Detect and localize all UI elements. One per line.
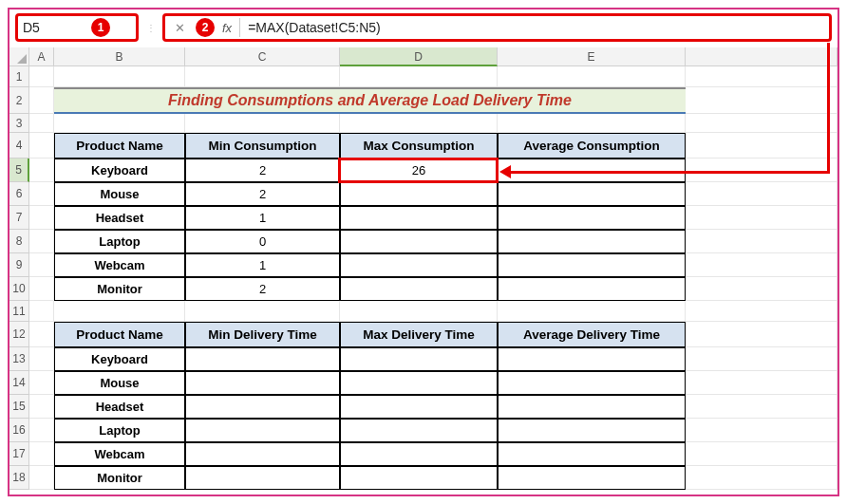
table1-product[interactable]: Mouse <box>54 182 185 206</box>
table2-header-avg: Average Delivery Time <box>498 322 686 347</box>
table2-product[interactable]: Monitor <box>54 466 185 490</box>
table1-avg[interactable] <box>498 253 686 277</box>
table1-header-row: Product Name Min Consumption Max Consump… <box>29 133 838 159</box>
table1-product[interactable]: Keyboard <box>54 159 185 182</box>
callout-arrow-v <box>827 43 830 174</box>
table2-product[interactable]: Headset <box>54 395 185 419</box>
row-header-18[interactable]: 18 <box>9 466 29 490</box>
table1-max[interactable] <box>340 277 498 301</box>
row-header-2[interactable]: 2 <box>9 87 29 114</box>
table2-max[interactable] <box>340 466 498 490</box>
table1-avg[interactable] <box>498 230 686 253</box>
col-header-C[interactable]: C <box>185 47 340 66</box>
table2-min[interactable] <box>185 419 340 442</box>
col-header-B[interactable]: B <box>54 47 185 66</box>
table2-header-row: Product Name Min Delivery Time Max Deliv… <box>29 322 838 347</box>
table2-min[interactable] <box>185 347 340 371</box>
row-header-1[interactable]: 1 <box>9 66 29 87</box>
table1-min[interactable]: 1 <box>185 206 340 230</box>
callout-badge-2: 2 <box>196 18 215 37</box>
table1-max[interactable] <box>340 253 498 277</box>
table1-max[interactable]: 26 <box>340 159 498 182</box>
table1-avg[interactable] <box>498 277 686 301</box>
row-header-14[interactable]: 14 <box>9 371 29 395</box>
row-header-4[interactable]: 4 <box>9 133 29 159</box>
callout-arrow-head <box>499 165 511 178</box>
formula-bar-row: 1 ⋮ ✕ 2 fx <box>9 9 838 47</box>
table2-avg[interactable] <box>498 371 686 395</box>
table2-avg[interactable] <box>498 419 686 442</box>
table1-product[interactable]: Laptop <box>54 230 185 253</box>
row-header-11[interactable]: 11 <box>9 301 29 322</box>
callout-arrow-h <box>511 171 830 174</box>
row-header-5[interactable]: 5 <box>9 159 29 182</box>
table1-min[interactable]: 2 <box>185 182 340 206</box>
table2-product[interactable]: Mouse <box>54 371 185 395</box>
table1-product[interactable]: Monitor <box>54 277 185 301</box>
column-headers: A B C D E <box>9 47 838 66</box>
row-header-12[interactable]: 12 <box>9 322 29 347</box>
row-header-13[interactable]: 13 <box>9 347 29 371</box>
table2-max[interactable] <box>340 371 498 395</box>
table2-min[interactable] <box>185 395 340 419</box>
table2-max[interactable] <box>340 419 498 442</box>
col-header-D[interactable]: D <box>340 47 498 66</box>
row-header-9[interactable]: 9 <box>9 253 29 277</box>
table1-row: Mouse2 <box>29 182 838 206</box>
table2-avg[interactable] <box>498 395 686 419</box>
row-header-7[interactable]: 7 <box>9 206 29 230</box>
table1-min[interactable]: 1 <box>185 253 340 277</box>
table2-row: Headset <box>29 395 838 419</box>
table1-min[interactable]: 2 <box>185 277 340 301</box>
cells-area[interactable]: Finding Consumptions and Average Load De… <box>29 66 838 490</box>
row-header-3[interactable]: 3 <box>9 114 29 133</box>
table2-max[interactable] <box>340 442 498 466</box>
table1-product[interactable]: Headset <box>54 206 185 230</box>
row-header-17[interactable]: 17 <box>9 442 29 466</box>
table1-header-max: Max Consumption <box>340 133 498 159</box>
table1-header-avg: Average Consumption <box>498 133 686 159</box>
grid-body: 1 2 3 4 5 6 7 8 9 10 11 12 13 14 15 16 1… <box>9 66 838 490</box>
table1-min[interactable]: 0 <box>185 230 340 253</box>
formula-bar-highlight: ✕ 2 fx <box>162 13 832 42</box>
formula-input[interactable] <box>239 18 823 37</box>
table2-max[interactable] <box>340 347 498 371</box>
table1-row: Laptop0 <box>29 230 838 253</box>
table1-max[interactable] <box>340 230 498 253</box>
row-header-15[interactable]: 15 <box>9 395 29 419</box>
table1-header-product: Product Name <box>54 133 185 159</box>
table2-avg[interactable] <box>498 347 686 371</box>
app-frame: 1 ⋮ ✕ 2 fx A B C D E 1 2 3 4 5 6 7 <box>8 8 839 496</box>
table2-product[interactable]: Webcam <box>54 442 185 466</box>
table1-product[interactable]: Webcam <box>54 253 185 277</box>
row-header-8[interactable]: 8 <box>9 230 29 253</box>
table2-product[interactable]: Keyboard <box>54 347 185 371</box>
table2-max[interactable] <box>340 395 498 419</box>
fx-icon[interactable]: fx <box>222 21 232 35</box>
table2-product[interactable]: Laptop <box>54 419 185 442</box>
row-header-10[interactable]: 10 <box>9 277 29 301</box>
row-headers: 1 2 3 4 5 6 7 8 9 10 11 12 13 14 15 16 1… <box>9 66 29 490</box>
row-header-16[interactable]: 16 <box>9 419 29 442</box>
table1-max[interactable] <box>340 182 498 206</box>
select-all-corner[interactable] <box>9 47 29 66</box>
col-header-E[interactable]: E <box>498 47 686 66</box>
table2-row: Laptop <box>29 419 838 442</box>
table1-avg[interactable] <box>498 182 686 206</box>
separator-dots: ⋮ <box>144 23 157 33</box>
table2-min[interactable] <box>185 371 340 395</box>
table2-row: Monitor <box>29 466 838 490</box>
table2-min[interactable] <box>185 466 340 490</box>
table2-min[interactable] <box>185 442 340 466</box>
row-header-6[interactable]: 6 <box>9 182 29 206</box>
col-header-blank[interactable] <box>686 47 838 66</box>
table1-avg[interactable] <box>498 206 686 230</box>
table1-max[interactable] <box>340 206 498 230</box>
cancel-icon[interactable]: ✕ <box>171 21 188 35</box>
table2-avg[interactable] <box>498 466 686 490</box>
table2-header-product: Product Name <box>54 322 185 347</box>
name-box[interactable] <box>21 19 87 36</box>
col-header-A[interactable]: A <box>29 47 54 66</box>
table2-avg[interactable] <box>498 442 686 466</box>
table1-min[interactable]: 2 <box>185 159 340 182</box>
